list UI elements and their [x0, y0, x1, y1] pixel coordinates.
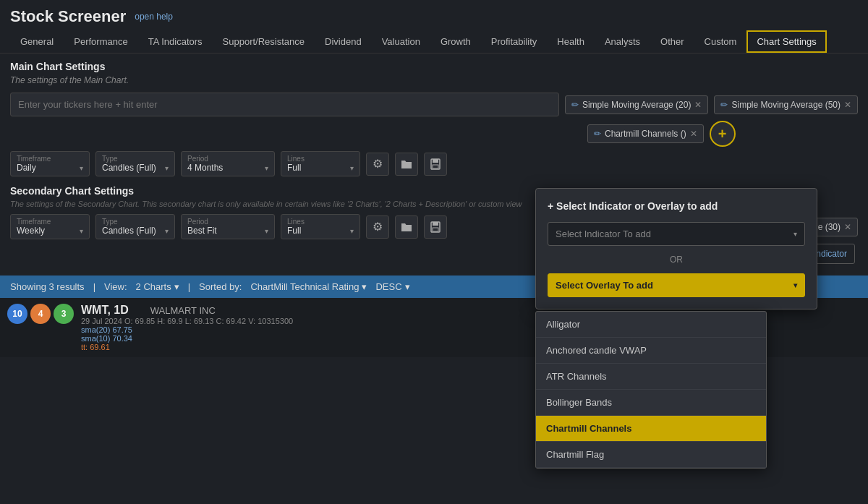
timeframe-select-main[interactable]: Timeframe Daily ▾	[10, 151, 90, 176]
indicator-placeholder: Select Indicator To add	[556, 228, 651, 239]
overlay-item-bollinger-bands[interactable]: Bollinger Bands	[536, 390, 766, 416]
remove-cm-icon[interactable]: ✕	[690, 129, 697, 139]
pencil-icon-sma20: ✏	[571, 100, 579, 110]
save-button-main[interactable]	[424, 153, 447, 176]
chevron-down-icon-4: ▾	[350, 164, 354, 172]
svg-rect-1	[433, 159, 438, 163]
badge-score-4: 4	[30, 304, 51, 324]
tab-profitability[interactable]: Profitability	[481, 30, 548, 53]
order-value: DESC	[375, 281, 401, 292]
app-title: Stock Screener	[10, 7, 126, 26]
chevron-indicator-icon: ▾	[793, 230, 797, 238]
nav-tabs: General Performance TA Indicators Suppor…	[0, 30, 868, 54]
tab-chart-settings[interactable]: Chart Settings	[746, 30, 826, 53]
ticker-row: ✏ Simple Moving Average (20) ✕ ✏ Simple …	[10, 93, 858, 116]
overlay-label-cm: Chartmill Channels ()	[605, 129, 686, 139]
type-value-sec: Candles (Full) ▾	[102, 226, 169, 236]
tab-ta-indicators[interactable]: TA Indicators	[138, 30, 213, 53]
overlay-select-dropdown[interactable]: Select Overlay To add ▾	[548, 273, 805, 297]
sorted-by-value: ChartMill Technical Rating	[250, 281, 359, 292]
folder-button-main[interactable]	[395, 153, 418, 176]
pencil-icon-sma50: ✏	[720, 100, 728, 110]
overlay-item-atr-channels[interactable]: ATR Channels	[536, 364, 766, 390]
period-label-sec: Period	[187, 218, 268, 226]
period-value-main: 4 Months ▾	[187, 163, 268, 173]
pencil-icon-cm: ✏	[594, 129, 601, 139]
chevron-down-icon: ▾	[80, 164, 83, 172]
tab-dividend[interactable]: Dividend	[315, 30, 372, 53]
add-overlay-button[interactable]: +	[710, 121, 736, 147]
tab-health[interactable]: Health	[547, 30, 595, 53]
chevron-down-icon-5: ▾	[80, 227, 83, 235]
tab-support-resistance[interactable]: Support/Resistance	[213, 30, 315, 53]
tab-general[interactable]: General	[10, 30, 64, 53]
tab-performance[interactable]: Performance	[64, 30, 137, 53]
separator-1: |	[93, 281, 95, 292]
view-value: 2 Charts	[136, 281, 171, 292]
order-dropdown[interactable]: DESC ▾	[375, 281, 409, 292]
type-label-sec: Type	[102, 218, 169, 226]
lines-select-secondary[interactable]: Lines Full ▾	[281, 214, 360, 239]
overlay-tag-cm-channels[interactable]: ✏ Chartmill Channels () ✕	[587, 124, 704, 143]
remove-sma50-icon[interactable]: ✕	[844, 100, 851, 110]
timeframe-label-sec: Timeframe	[17, 218, 83, 226]
popup-title: + Select Indicator or Overlay to add	[548, 200, 805, 212]
remove-sma20-icon[interactable]: ✕	[694, 100, 702, 110]
lines-label-main: Lines	[287, 155, 354, 163]
app-header: Stock Screener open help	[0, 0, 868, 30]
tab-valuation[interactable]: Valuation	[372, 30, 430, 53]
svg-rect-5	[433, 228, 438, 231]
tab-other[interactable]: Other	[650, 30, 694, 53]
chevron-order-icon: ▾	[405, 281, 410, 292]
overlay-label-sma50: Simple Moving Average (50)	[731, 100, 841, 110]
timeframe-value-sec: Weekly ▾	[17, 226, 83, 236]
tab-custom[interactable]: Custom	[694, 30, 747, 53]
overlay-item-chartmill-flag[interactable]: Chartmill Flag	[536, 442, 766, 468]
gear-button-secondary[interactable]: ⚙	[366, 215, 389, 239]
lines-value-sec: Full ▾	[287, 226, 354, 236]
tab-growth[interactable]: Growth	[430, 30, 481, 53]
chevron-sort-icon: ▾	[362, 281, 367, 292]
showing-results: Showing 3 results	[10, 281, 85, 292]
overlay-item-chartmill-channels[interactable]: Chartmill Channels	[536, 416, 766, 442]
chart-company: WALMART INC	[150, 305, 216, 316]
gear-button-main[interactable]: ⚙	[366, 153, 389, 176]
chevron-down-icon-7: ▾	[265, 227, 268, 235]
period-select-secondary[interactable]: Period Best Fit ▾	[181, 214, 275, 239]
overlay-dropdown-list: Alligator Anchored candle VWAP ATR Chann…	[535, 311, 767, 469]
sorted-by-dropdown[interactable]: ChartMill Technical Rating ▾	[250, 281, 367, 292]
badge-score-3: 3	[54, 304, 74, 324]
or-divider: OR	[548, 255, 805, 265]
lines-value-main: Full ▾	[287, 163, 354, 173]
badge-score-10: 10	[7, 304, 27, 324]
ticker-input[interactable]	[10, 93, 559, 116]
main-chart-controls: Timeframe Daily ▾ Type Candles (Full) ▾ …	[10, 151, 858, 176]
overlay-item-alligator[interactable]: Alligator	[536, 312, 766, 338]
secondary-chart-subtitle: The settings of the Secondary Chart. Thi…	[10, 200, 560, 208]
svg-rect-2	[433, 165, 438, 168]
view-label: View:	[104, 281, 127, 292]
main-chart-subtitle: The settings of the Main Chart.	[10, 75, 858, 85]
type-select-main[interactable]: Type Candles (Full) ▾	[95, 151, 175, 176]
open-help-link[interactable]: open help	[135, 12, 173, 22]
overlay-tag-sma50[interactable]: ✏ Simple Moving Average (50) ✕	[714, 95, 858, 114]
overlay-tag-sma20[interactable]: ✏ Simple Moving Average (20) ✕	[565, 95, 709, 114]
period-select-main[interactable]: Period 4 Months ▾	[181, 151, 275, 176]
indicator-select-dropdown[interactable]: Select Indicator To add ▾	[548, 222, 805, 246]
popup-panel: + Select Indicator or Overlay to add Sel…	[535, 188, 817, 309]
period-value-sec: Best Fit ▾	[187, 226, 268, 236]
overlay-row-2: ✏ Chartmill Channels () ✕ +	[10, 121, 858, 147]
chevron-view-icon: ▾	[174, 281, 179, 292]
view-dropdown[interactable]: 2 Charts ▾	[136, 281, 179, 292]
chevron-overlay-icon: ▾	[793, 281, 797, 289]
timeframe-select-secondary[interactable]: Timeframe Weekly ▾	[10, 214, 90, 239]
folder-button-secondary[interactable]	[395, 215, 418, 239]
type-select-secondary[interactable]: Type Candles (Full) ▾	[95, 214, 175, 239]
chevron-down-icon-8: ▾	[350, 227, 354, 235]
overlay-item-anchored-vwap[interactable]: Anchored candle VWAP	[536, 338, 766, 364]
lines-select-main[interactable]: Lines Full ▾	[281, 151, 360, 176]
remove-sma30-icon[interactable]: ✕	[844, 222, 851, 232]
chart-symbol: WMT, 1D	[81, 304, 129, 317]
save-button-secondary[interactable]	[424, 215, 447, 239]
tab-analysts[interactable]: Analysts	[595, 30, 650, 53]
